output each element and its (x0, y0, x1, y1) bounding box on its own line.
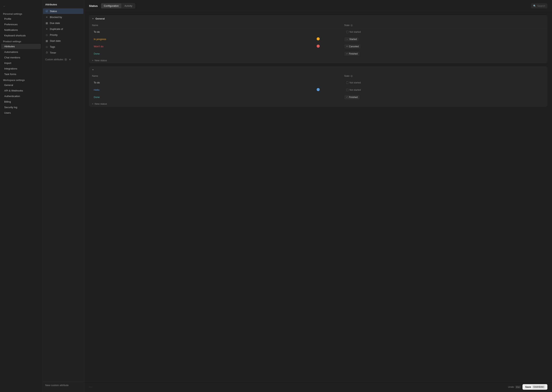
state-finished-badge[interactable]: ✓ Finished (344, 95, 360, 99)
status-name-input[interactable] (92, 87, 292, 92)
add-custom-attr-button[interactable]: + (69, 58, 71, 61)
attr-label-tags: Tags (50, 45, 55, 48)
status-group-general: ▼ General Name State i (89, 15, 547, 63)
color-dot[interactable] (317, 88, 320, 91)
sidebar-item-general[interactable]: General (1, 83, 41, 88)
x-icon: ✕ (346, 45, 348, 48)
table-row: → Started (89, 35, 547, 43)
sidebar-item-authentication[interactable]: Authentication (1, 94, 41, 99)
sidebar-item-notifications[interactable]: Notifications (1, 27, 41, 33)
status-name-input[interactable] (92, 29, 292, 34)
col-state-header: State i (341, 73, 547, 79)
attr-item-priority[interactable]: ◇ Priority (43, 32, 83, 38)
sidebar-item-attributes[interactable]: Attributes (1, 44, 41, 49)
color-cell (295, 50, 341, 57)
attr-item-status[interactable]: ☑ Status (43, 8, 83, 14)
table-row: + New status (89, 101, 547, 107)
search-icon: 🔍 (533, 5, 536, 7)
attr-item-blocked-by[interactable]: ≡ Blocked by (43, 14, 83, 20)
undo-kbd-badge: Esc (515, 385, 521, 389)
group-header-2[interactable]: ▼ (89, 66, 547, 73)
table-row: Not started (89, 86, 547, 94)
sidebar-item-task-forms[interactable]: Task forms (1, 72, 41, 77)
state-label: Not started (350, 89, 361, 91)
status-name-cell (89, 79, 295, 86)
sidebar-item-automations[interactable]: Automations (1, 49, 41, 55)
color-cell[interactable] (295, 43, 341, 50)
attr-item-due-date[interactable]: ▦ Due date (43, 20, 83, 26)
sidebar-item-security-log[interactable]: Security log (1, 105, 41, 110)
status-name-cell (89, 43, 295, 50)
custom-attrs-info-icon: i (64, 58, 67, 61)
sidebar-item-preferences[interactable]: Preferences (1, 22, 41, 27)
state-not-started-badge[interactable]: Not started (344, 88, 363, 92)
attrs-panel-footer: New custom attribute (42, 381, 84, 389)
status-name-input[interactable] (92, 51, 292, 56)
status-icon: ☑ (45, 10, 48, 13)
color-cell (295, 94, 341, 101)
back-button[interactable]: ← (0, 3, 42, 11)
bottom-bar: ··· Undo Esc Save Cmd+Enter (84, 382, 552, 392)
col-color-header (295, 22, 341, 28)
undo-area: Undo Esc (508, 385, 521, 389)
sidebar-item-api-webhooks[interactable]: API & Webhooks (1, 88, 41, 93)
sidebar-item-integrations[interactable]: Integrations (1, 66, 41, 71)
attr-label-due-date: Due date (50, 22, 60, 25)
attr-item-start-date[interactable]: ▦ Start date (43, 38, 83, 44)
status-name-input[interactable] (92, 80, 292, 85)
status-name-cell (89, 94, 295, 101)
sidebar-item-billing[interactable]: Billing (1, 99, 41, 104)
not-started-checkbox-icon (346, 82, 349, 84)
save-button[interactable]: Save Cmd+Enter (523, 384, 547, 390)
sidebar-item-users[interactable]: Users (1, 110, 41, 115)
state-not-started-badge[interactable]: Not started (344, 81, 363, 85)
search-box[interactable]: 🔍 Search (531, 3, 547, 8)
save-kbd-badge: Cmd+Enter (532, 385, 545, 388)
attr-label-priority: Priority (50, 34, 58, 36)
state-cell: Not started (341, 86, 547, 94)
table-row: ✓ Finished (89, 50, 547, 57)
sidebar-item-keyboard-shortcuts[interactable]: Keyboard shortcuts (1, 33, 41, 38)
attributes-panel-title: Attributes (42, 3, 84, 8)
bottom-right: Undo Esc Save Cmd+Enter (508, 384, 547, 390)
check-icon: ✓ (346, 96, 348, 98)
state-canceled-badge[interactable]: ✕ Canceled (344, 44, 361, 49)
color-cell[interactable] (295, 35, 341, 43)
tab-activity[interactable]: Activity (122, 3, 135, 8)
timer-icon: ⏱ (45, 51, 48, 54)
check-icon: ✓ (346, 52, 348, 55)
col-color-header (295, 73, 341, 79)
main-header: Status Configuration Activity 🔍 Search (84, 0, 552, 11)
status-name-input[interactable] (92, 37, 292, 42)
sidebar-item-import[interactable]: Import (1, 61, 41, 66)
undo-label[interactable]: Undo (508, 385, 514, 388)
sidebar-item-profile[interactable]: Profile (1, 16, 41, 21)
plus-icon: + (92, 59, 94, 62)
attr-item-timer[interactable]: ⏱ Timer (43, 50, 83, 56)
col-name-header: Name (89, 73, 295, 79)
state-info-icon: i (350, 75, 353, 77)
sidebar-item-chat-mentions[interactable]: Chat mentions (1, 55, 41, 60)
table-row: Not started (89, 28, 547, 35)
color-dot[interactable] (317, 45, 320, 48)
state-not-started-badge[interactable]: Not started (344, 30, 363, 34)
new-status-cell: + New status (89, 57, 547, 63)
status-name-input[interactable] (92, 95, 292, 99)
color-dot[interactable] (317, 37, 320, 40)
status-name-input[interactable] (92, 44, 292, 49)
arrow-right-icon: → (346, 38, 348, 40)
color-cell[interactable] (295, 86, 341, 94)
new-status-button[interactable]: + New status (92, 102, 544, 105)
attr-item-duplicate-of[interactable]: ≡ Duplicate of (43, 26, 83, 32)
status-name-cell (89, 28, 295, 35)
new-status-button[interactable]: + New status (92, 59, 544, 62)
state-started-badge[interactable]: → Started (344, 37, 359, 41)
new-custom-attribute-button[interactable]: New custom attribute (45, 384, 81, 387)
state-cell: Not started (341, 28, 547, 35)
more-options-button[interactable]: ··· (89, 385, 93, 389)
group-header-general[interactable]: ▼ General (89, 15, 547, 22)
attr-item-tags[interactable]: ◇ Tags (43, 44, 83, 49)
attributes-panel: Attributes ☑ Status ≡ Blocked by ▦ Due d… (42, 0, 84, 392)
state-finished-badge[interactable]: ✓ Finished (344, 52, 360, 56)
tab-configuration[interactable]: Configuration (101, 3, 121, 8)
